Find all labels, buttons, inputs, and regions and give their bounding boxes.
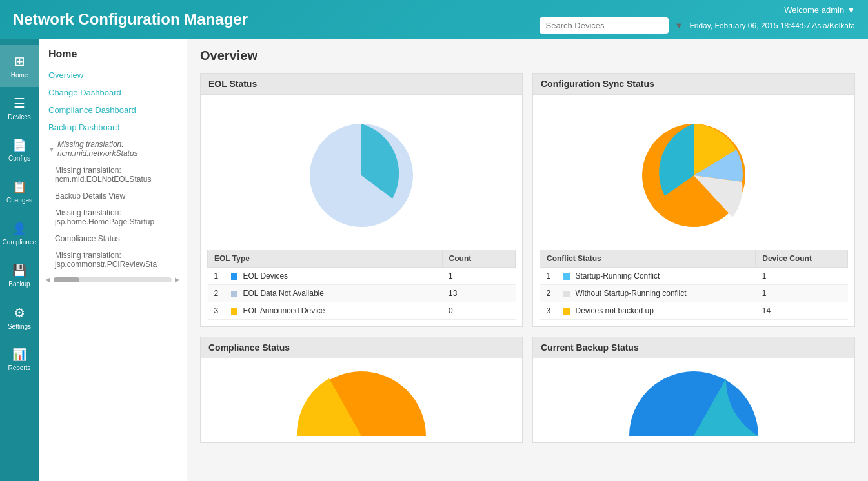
compliance-pie-chart xyxy=(290,365,432,436)
conflict-count-cell: 1 xyxy=(756,285,848,302)
dropdown-arrow-icon[interactable]: ▼ xyxy=(847,5,855,15)
table-row: 3 EOL Announced Device 0 xyxy=(208,302,516,320)
eol-status-header: EOL Status xyxy=(201,74,522,95)
sidebar-scrollbar: ◀ ▶ xyxy=(39,273,187,286)
config-sync-table: Conflict Status Device Count 1 Startup-R… xyxy=(540,250,848,320)
eol-pie-chart xyxy=(297,111,426,240)
table-row: 2 EOL Data Not Available 13 xyxy=(208,285,516,302)
conflict-type-cell: Without Startup-Running conflict xyxy=(557,285,756,302)
chevron-icon-1: ▼ xyxy=(48,146,55,153)
sidebar-missing-link-2[interactable]: Backup Details View xyxy=(39,188,187,204)
nav-item-reports[interactable]: 📊 Reports xyxy=(0,339,39,380)
datetime-label: Friday, February 06, 2015 18:44:57 Asia/… xyxy=(689,21,855,30)
row-num: 3 xyxy=(540,302,558,320)
sidebar-missing-link-1[interactable]: Missing translation: ncm.mid.EOLNotEOLSt… xyxy=(39,162,187,188)
nav-item-backup[interactable]: 💾 Backup xyxy=(0,255,39,297)
sidebar-missing-1: ▼ Missing translation: ncm.mid.networkSt… xyxy=(39,136,187,162)
row-num: 2 xyxy=(208,285,225,302)
scroll-left-icon[interactable]: ◀ xyxy=(45,276,50,283)
scroll-right-icon[interactable]: ▶ xyxy=(175,276,180,283)
table-row: 1 Startup-Running Conflict 1 xyxy=(540,268,848,285)
sidebar-title: Home xyxy=(39,48,187,66)
eol-count-cell: 0 xyxy=(442,302,515,320)
nav-item-compliance[interactable]: 👤 Compliance xyxy=(0,213,39,255)
sidebar-link-overview[interactable]: Overview xyxy=(39,66,187,84)
row-num: 1 xyxy=(208,268,225,285)
eol-table-header-count: Count xyxy=(442,250,515,268)
backup-status-header: Current Backup Status xyxy=(533,337,854,358)
nav-label-devices: Devices xyxy=(8,113,31,121)
nav-label-changes: Changes xyxy=(6,197,32,204)
sidebar: Home Overview Change Dashboard Complianc… xyxy=(39,39,187,481)
sidebar-missing-link-4[interactable]: Compliance Status xyxy=(39,230,187,247)
nav-item-changes[interactable]: 📋 Changes xyxy=(0,171,39,213)
config-sync-header: Configuration Sync Status xyxy=(533,74,854,95)
sidebar-missing-link-5[interactable]: Missing translation: jsp.commonstr.PCIRe… xyxy=(39,247,187,273)
backup-status-body xyxy=(533,358,854,442)
compliance-status-panel: Compliance Status xyxy=(200,337,523,443)
color-dot xyxy=(563,291,570,297)
config-sync-body: Conflict Status Device Count 1 Startup-R… xyxy=(533,95,854,326)
nav-label-configs: Configs xyxy=(8,155,30,162)
nav-label-compliance: Compliance xyxy=(3,239,37,246)
nav-label-home: Home xyxy=(11,72,28,79)
configs-icon: 📄 xyxy=(12,138,26,152)
nav-label-reports: Reports xyxy=(8,364,30,371)
color-dot xyxy=(231,308,237,315)
nav-item-settings[interactable]: ⚙ Settings xyxy=(0,297,39,339)
scrollbar-track[interactable] xyxy=(54,277,172,282)
config-sync-pie-chart xyxy=(629,111,758,240)
page-title: Overview xyxy=(200,48,855,63)
conflict-status-header: Conflict Status xyxy=(540,250,756,268)
conflict-type-cell: Startup-Running Conflict xyxy=(557,268,756,285)
sidebar-link-change-dashboard[interactable]: Change Dashboard xyxy=(39,84,187,101)
color-dot xyxy=(231,273,237,280)
sidebar-missing-link-3[interactable]: Missing translation: jsp.home.HomePage.S… xyxy=(39,204,187,230)
topbar-right: Welcome admin ▼ ▼ Friday, February 06, 2… xyxy=(540,5,855,34)
eol-table-header-type: EOL Type xyxy=(208,250,443,268)
color-dot xyxy=(563,308,570,315)
nav-label-backup: Backup xyxy=(8,280,30,288)
eol-type-cell: EOL Announced Device xyxy=(225,302,442,320)
settings-icon: ⚙ xyxy=(14,305,25,320)
table-row: 3 Devices not backed up 14 xyxy=(540,302,848,320)
search-input[interactable] xyxy=(540,17,669,34)
nav-label-settings: Settings xyxy=(8,323,31,330)
eol-status-body: EOL Type Count 1 EOL Devices 1 2 EOL Dat… xyxy=(201,95,522,326)
conflict-count-cell: 1 xyxy=(756,268,848,285)
nav-item-configs[interactable]: 📄 Configs xyxy=(0,129,39,171)
home-icon: ⊞ xyxy=(14,54,25,69)
devices-icon: ☰ xyxy=(14,95,25,111)
sidebar-link-compliance-dashboard[interactable]: Compliance Dashboard xyxy=(39,101,187,119)
conflict-type-cell: Devices not backed up xyxy=(557,302,756,320)
scrollbar-thumb[interactable] xyxy=(54,277,79,282)
dashboard-grid: EOL Status xyxy=(200,73,855,443)
search-dropdown-icon[interactable]: ▼ xyxy=(675,21,683,30)
backup-status-panel: Current Backup Status xyxy=(532,337,855,443)
config-sync-panel: Configuration Sync Status xyxy=(532,73,855,327)
reports-icon: 📊 xyxy=(12,348,26,362)
nav-item-devices[interactable]: ☰ Devices xyxy=(0,87,39,129)
topbar: Network Configuration Manager Welcome ad… xyxy=(0,0,868,39)
search-container: ▼ Friday, February 06, 2015 18:44:57 Asi… xyxy=(540,17,855,34)
eol-chart-container xyxy=(207,101,516,250)
row-num: 2 xyxy=(540,285,558,302)
eol-type-cell: EOL Devices xyxy=(225,268,442,285)
row-num: 1 xyxy=(540,268,558,285)
conflict-count-cell: 14 xyxy=(756,302,848,320)
eol-type-cell: EOL Data Not Available xyxy=(225,285,442,302)
device-count-header: Device Count xyxy=(756,250,848,268)
main-content: Overview EOL Status xyxy=(187,39,868,481)
nav-item-home[interactable]: ⊞ Home xyxy=(0,45,39,87)
color-dot xyxy=(231,291,237,297)
eol-count-cell: 1 xyxy=(442,268,515,285)
compliance-chart-container xyxy=(207,365,516,436)
app-title: Network Configuration Manager xyxy=(13,10,248,28)
eol-count-cell: 13 xyxy=(442,285,515,302)
eol-status-panel: EOL Status xyxy=(200,73,523,327)
left-nav: ⊞ Home ☰ Devices 📄 Configs 📋 Changes 👤 C… xyxy=(0,39,39,481)
eol-status-table: EOL Type Count 1 EOL Devices 1 2 EOL Dat… xyxy=(207,250,516,320)
sidebar-link-backup-dashboard[interactable]: Backup Dashboard xyxy=(39,119,187,136)
backup-icon: 💾 xyxy=(12,264,26,278)
table-row: 2 Without Startup-Running conflict 1 xyxy=(540,285,848,302)
